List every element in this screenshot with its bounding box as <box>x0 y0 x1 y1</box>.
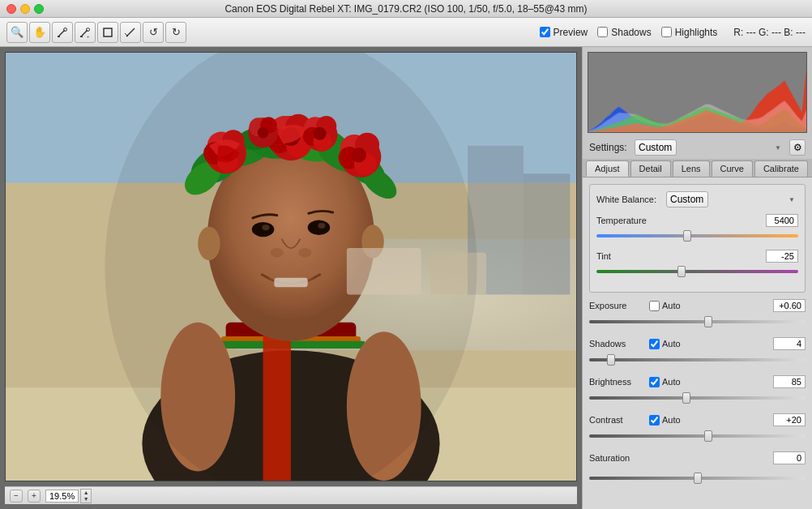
temperature-value[interactable]: 5400 <box>766 214 798 227</box>
brightness-value[interactable]: 85 <box>773 375 806 388</box>
tint-slider-container <box>596 266 798 277</box>
zoom-value[interactable]: 19.5% <box>45 490 79 503</box>
tab-curve[interactable]: Curve <box>712 160 753 177</box>
svg-line-8 <box>126 28 135 36</box>
left-panel: − + 19.5% ▲ ▼ <box>0 47 582 509</box>
temperature-label-row: Temperature 5400 <box>596 214 798 227</box>
tab-adjust[interactable]: Adjust <box>586 160 629 177</box>
rgb-display: R: --- G: --- B: --- <box>733 27 806 38</box>
tool-group: 🔍 ✋ + ↺ ↻ <box>6 22 186 43</box>
traffic-lights <box>6 4 44 14</box>
saturation-thumb[interactable] <box>694 473 702 484</box>
shadows-header: Shadows Auto 4 <box>589 337 806 350</box>
preview-checkbox[interactable] <box>540 27 550 37</box>
zoom-tool[interactable]: 🔍 <box>6 22 28 43</box>
photo <box>6 53 576 481</box>
crop-tool[interactable] <box>97 22 118 43</box>
brightness-thumb[interactable] <box>682 392 690 404</box>
shadows-value[interactable]: 4 <box>773 337 806 350</box>
highlights-label: Highlights <box>675 27 718 38</box>
eyedropper-plus-tool[interactable]: + <box>75 22 96 43</box>
shadows-thumb[interactable] <box>607 354 615 366</box>
exposure-label: Exposure <box>589 301 646 310</box>
zoom-display: 19.5% ▲ ▼ <box>45 489 92 503</box>
maximize-button[interactable] <box>34 4 44 14</box>
exposure-auto-label: Auto <box>662 301 681 310</box>
rotate-ccw-tool[interactable]: ↺ <box>143 22 164 43</box>
saturation-value[interactable]: 0 <box>773 451 806 464</box>
settings-gear-button[interactable]: ⚙ <box>789 139 806 156</box>
main: − + 19.5% ▲ ▼ Settings: Custom <box>0 47 812 509</box>
tab-lens[interactable]: Lens <box>673 160 710 177</box>
contrast-header: Contrast Auto +20 <box>589 413 806 426</box>
svg-point-1 <box>64 28 67 31</box>
wb-label: White Balance: <box>596 195 661 204</box>
settings-select-wrapper: Custom <box>635 139 784 156</box>
window-title: Canon EOS Digital Rebel XT: IMG_0179.CR2… <box>224 3 587 15</box>
highlights-check[interactable]: Highlights <box>661 27 718 38</box>
exposure-header: Exposure Auto +0.60 <box>589 299 806 312</box>
preview-check[interactable]: Preview <box>540 27 588 38</box>
tint-thumb[interactable] <box>677 266 686 277</box>
contrast-label: Contrast <box>589 415 646 425</box>
eyedropper-tool[interactable] <box>52 22 73 43</box>
right-panel: Settings: Custom ⚙ Adjust Detail Lens C <box>582 47 812 509</box>
settings-select[interactable]: Custom <box>635 139 677 156</box>
shadows-checkbox[interactable] <box>597 27 608 37</box>
exposure-value[interactable]: +0.60 <box>773 299 806 312</box>
minimize-button[interactable] <box>20 4 30 14</box>
exposure-row: Exposure Auto +0.60 <box>589 299 806 329</box>
wb-select-wrapper: Custom <box>666 191 798 207</box>
white-balance-section: White Balance: Custom Temperature 5400 <box>589 184 806 293</box>
histogram-canvas <box>588 53 806 132</box>
saturation-slider-container <box>589 473 806 484</box>
wb-select[interactable]: Custom <box>666 191 708 207</box>
contrast-value[interactable]: +20 <box>773 413 806 426</box>
close-button[interactable] <box>6 4 16 14</box>
tint-track <box>596 270 798 273</box>
brightness-auto-check: Auto <box>649 377 681 387</box>
contrast-auto-label: Auto <box>662 415 681 425</box>
brightness-auto-checkbox[interactable] <box>649 377 660 387</box>
exposure-auto-checkbox[interactable] <box>649 301 660 311</box>
brightness-label: Brightness <box>589 377 646 387</box>
tab-calibrate[interactable]: Calibrate <box>754 160 808 177</box>
exposure-thumb[interactable] <box>704 316 712 327</box>
shadows-label: Shadows <box>611 27 651 38</box>
temperature-row: Temperature 5400 <box>596 214 798 243</box>
toolbar: 🔍 ✋ + ↺ ↻ Preview Shadows Highlights <box>0 18 812 47</box>
svg-rect-2 <box>58 36 60 37</box>
contrast-auto-checkbox[interactable] <box>649 415 660 426</box>
histogram <box>588 52 807 133</box>
svg-rect-14 <box>524 173 570 294</box>
contrast-slider-container <box>589 430 806 442</box>
tab-detail[interactable]: Detail <box>630 160 671 177</box>
temperature-thumb[interactable] <box>683 230 691 242</box>
temperature-slider-container <box>596 230 798 242</box>
brightness-track <box>589 396 806 400</box>
contrast-thumb[interactable] <box>704 430 712 442</box>
brightness-slider-container <box>589 392 806 404</box>
adjust-panel: White Balance: Custom Temperature 5400 <box>583 178 812 509</box>
tint-label: Tint <box>596 251 611 261</box>
hand-tool[interactable]: ✋ <box>29 22 50 43</box>
tabs: Adjust Detail Lens Curve Calibrate <box>583 159 812 178</box>
rotate-cw-tool[interactable]: ↻ <box>165 22 186 43</box>
straighten-tool[interactable] <box>120 22 141 43</box>
highlights-checkbox[interactable] <box>661 27 672 37</box>
zoom-out-button[interactable]: − <box>10 490 23 503</box>
shadows-adj-label: Shadows <box>589 339 646 349</box>
svg-rect-5 <box>80 36 83 37</box>
settings-label: Settings: <box>589 142 630 153</box>
zoom-stepper[interactable]: ▲ ▼ <box>80 489 92 503</box>
exposure-slider-container <box>589 316 806 327</box>
tint-value[interactable]: -25 <box>766 250 798 263</box>
zoom-in-button[interactable]: + <box>28 490 41 503</box>
brightness-auto-label: Auto <box>662 377 681 387</box>
contrast-row: Contrast Auto +20 <box>589 413 806 443</box>
shadows-check[interactable]: Shadows <box>597 27 651 38</box>
shadows-auto-checkbox[interactable] <box>649 339 660 349</box>
preview-label: Preview <box>553 27 588 38</box>
shadows-auto-label: Auto <box>662 339 681 349</box>
svg-rect-7 <box>104 28 112 36</box>
